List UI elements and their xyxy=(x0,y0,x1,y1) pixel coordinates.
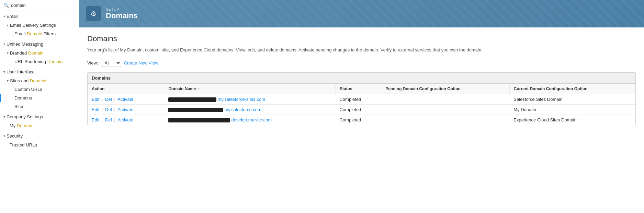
row1-action-links: Edit | Del | Activate xyxy=(92,97,133,102)
nav-ui-label: User Interface xyxy=(7,69,35,74)
view-label: View: xyxy=(87,60,98,66)
row2-edit-link[interactable]: Edit xyxy=(92,107,99,112)
nav-email-delivery-label: Email Delivery Settings xyxy=(10,23,56,28)
row2-domain-redacted xyxy=(168,108,223,112)
create-new-view-link[interactable]: Create New View xyxy=(124,60,158,66)
row3-activate-link[interactable]: Activate xyxy=(117,117,133,122)
nav-email-filters-text: Email Domain Filters xyxy=(14,31,56,36)
nav-item-sites-domains[interactable]: ▾ Sites and Domains xyxy=(0,76,79,85)
sep2a: | xyxy=(100,107,104,112)
nav-sites-text: Sites xyxy=(14,104,24,109)
col-header-domain-name[interactable]: Domain Name ↑ xyxy=(164,84,336,94)
row3-domain-redacted xyxy=(168,118,230,122)
nav-email-label: Email xyxy=(7,14,18,19)
nav-unified-section: ▾ Unified Messaging ▾ Branded Domain URL… xyxy=(0,39,79,67)
chevron-security: ▾ xyxy=(3,134,5,138)
row2-domain-cell: .my.salesforce.com xyxy=(164,104,336,115)
domains-table-container: Domains Action Domain Name ↑ xyxy=(87,72,636,125)
nav-group-unified[interactable]: ▾ Unified Messaging xyxy=(0,39,79,49)
nav-item-branded-domain[interactable]: ▾ Branded Domain xyxy=(0,49,79,57)
chevron-email: ▾ xyxy=(3,14,5,18)
view-select[interactable]: All xyxy=(101,59,121,67)
row3-domain-cell: .develop.my.site.com xyxy=(164,115,336,125)
row1-domain-cell: .my.salesforce-sites.com xyxy=(164,94,336,104)
row3-domain-link[interactable]: .develop.my.site.com xyxy=(230,117,272,122)
row1-activate-link[interactable]: Activate xyxy=(117,97,133,102)
sidebar: 🔍 ▾ Email ▾ Email Delivery Settings Emai… xyxy=(0,0,79,213)
nav-unified-label: Unified Messaging xyxy=(7,42,43,47)
chevron-branded: ▾ xyxy=(7,51,9,55)
nav-domains-text: Domains xyxy=(14,95,32,100)
row3-status-text: Completed xyxy=(339,117,361,122)
nav-item-my-domain[interactable]: My Domain xyxy=(0,121,79,130)
chevron-email-delivery: ▾ xyxy=(7,23,9,27)
sep3a: | xyxy=(100,117,104,122)
col-header-current-config: Current Domain Configuration Option xyxy=(509,84,635,94)
row1-status-cell: Completed xyxy=(335,94,381,104)
table-row: Edit | Del | Activate .my.salesforce.com… xyxy=(88,104,635,115)
header-text-group: SETUP Domains xyxy=(106,7,138,20)
row2-activate-link[interactable]: Activate xyxy=(117,107,133,112)
row1-pending-cell xyxy=(381,94,510,104)
domain-name-text: Domain Name xyxy=(168,86,196,91)
nav-group-email[interactable]: ▾ Email xyxy=(0,12,79,21)
row3-del-link[interactable]: Del xyxy=(105,117,112,122)
row1-domain-redacted xyxy=(168,97,216,102)
nav-custom-urls-text: Custom URLs xyxy=(14,87,42,92)
nav-group-company[interactable]: ▾ Company Settings xyxy=(0,112,79,121)
nav-sub-sites[interactable]: Sites xyxy=(0,102,79,111)
table-row: Edit | Del | Activate .develop.my.site.c… xyxy=(88,115,635,125)
nav-security-section: ▾ Security Trusted URLs xyxy=(0,131,79,150)
content-description: Your org's list of My Domain, custom, si… xyxy=(87,47,636,54)
nav-group-ui[interactable]: ▾ User Interface xyxy=(0,67,79,76)
highlight-domain-3: Domain xyxy=(47,59,63,64)
search-box[interactable]: 🔍 xyxy=(0,0,79,11)
sep1a: | xyxy=(100,97,104,102)
col-domain-name-label: Domain Name ↑ xyxy=(168,86,331,91)
nav-company-section: ▾ Company Settings My Domain xyxy=(0,111,79,131)
row2-current-config-cell: My Domain xyxy=(509,104,635,115)
row2-pending-cell xyxy=(381,104,510,115)
nav-sub-domains-active[interactable]: Domains xyxy=(0,94,79,102)
nav-sub-email-domain-filters[interactable]: Email Domain Filters xyxy=(0,29,79,38)
nav-sub-url-shortening[interactable]: URL Shortening Domain xyxy=(0,57,79,66)
nav-email-section: ▾ Email ▾ Email Delivery Settings Email … xyxy=(0,11,79,39)
nav-group-security[interactable]: ▾ Security xyxy=(0,131,79,141)
sep3b: | xyxy=(113,117,117,122)
header-title: Domains xyxy=(106,11,138,20)
chevron-unified: ▾ xyxy=(3,42,5,46)
row3-pending-cell xyxy=(381,115,510,125)
nav-sub-custom-urls[interactable]: Custom URLs xyxy=(0,85,79,94)
nav-sites-domains-label: Sites and Domains xyxy=(10,78,47,83)
nav-item-trusted-urls[interactable]: Trusted URLs xyxy=(0,141,79,149)
nav-ui-section: ▾ User Interface ▾ Sites and Domains Cus… xyxy=(0,67,79,111)
row1-current-config-cell: Salesforce Sites Domain xyxy=(509,94,635,104)
row1-edit-link[interactable]: Edit xyxy=(92,97,99,102)
highlight-domains-1: Domains xyxy=(30,78,47,83)
row2-del-link[interactable]: Del xyxy=(105,107,112,112)
row1-current-config-text: Salesforce Sites Domain xyxy=(513,97,562,102)
main-content: ⚙ SETUP Domains Domains Your org's list … xyxy=(79,0,644,213)
search-input[interactable] xyxy=(11,3,75,8)
row3-action-links: Edit | Del | Activate xyxy=(92,117,133,122)
col-current-config-label: Current Domain Configuration Option xyxy=(514,86,588,91)
row3-edit-link[interactable]: Edit xyxy=(92,117,99,122)
domains-table: Action Domain Name ↑ Status Pend xyxy=(88,84,635,125)
nav-branded-label: Branded Domain xyxy=(10,50,44,56)
search-icon: 🔍 xyxy=(3,3,9,8)
row1-domain-link[interactable]: .my.salesforce-sites.com xyxy=(216,97,265,102)
view-bar: View: All Create New View xyxy=(87,59,636,67)
col-action-label: Action xyxy=(92,86,104,91)
col-pending-config-label: Pending Domain Configuration Option xyxy=(385,86,461,91)
row1-del-link[interactable]: Del xyxy=(105,97,112,102)
row3-action-cell: Edit | Del | Activate xyxy=(88,115,164,125)
sep2b: | xyxy=(113,107,117,112)
row2-status-text: Completed xyxy=(339,107,361,112)
row2-domain-link[interactable]: .my.salesforce.com xyxy=(223,107,261,112)
header-setup-label: SETUP xyxy=(106,7,138,11)
row3-status-cell: Completed xyxy=(335,115,381,125)
nav-trusted-urls-text: Trusted URLs xyxy=(10,142,37,147)
domains-table-title: Domains xyxy=(88,73,635,84)
nav-item-email-delivery-settings[interactable]: ▾ Email Delivery Settings xyxy=(0,21,79,29)
nav-url-shortening-text: URL Shortening Domain xyxy=(14,59,63,64)
